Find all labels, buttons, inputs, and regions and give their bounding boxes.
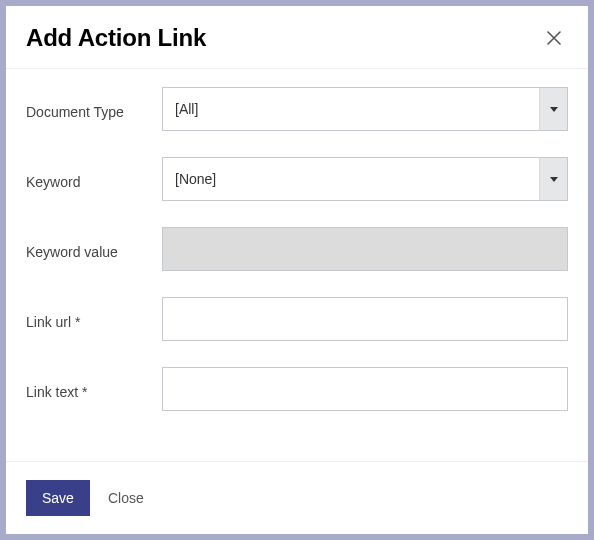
field-row-keyword-value: Keyword value — [26, 227, 568, 271]
chevron-down-icon — [539, 158, 567, 200]
close-button[interactable]: Close — [108, 490, 144, 506]
field-row-link-url: Link url * — [26, 297, 568, 341]
save-button[interactable]: Save — [26, 480, 90, 516]
document-type-select[interactable]: [All] — [162, 87, 568, 131]
dialog-title: Add Action Link — [26, 24, 206, 52]
close-icon — [547, 31, 561, 45]
link-text-input[interactable] — [162, 367, 568, 411]
field-row-keyword: Keyword [None] — [26, 157, 568, 201]
keyword-select[interactable]: [None] — [162, 157, 568, 201]
link-url-input[interactable] — [162, 297, 568, 341]
dialog-body: Document Type [All] Keyword [None] Keywo… — [6, 69, 588, 461]
keyword-value-input — [162, 227, 568, 271]
keyword-label: Keyword — [26, 168, 162, 190]
field-row-link-text: Link text * — [26, 367, 568, 411]
document-type-value: [All] — [175, 101, 198, 117]
keyword-value-label: Keyword value — [26, 238, 162, 260]
close-icon-button[interactable] — [540, 24, 568, 52]
dialog-header: Add Action Link — [6, 6, 588, 69]
field-row-document-type: Document Type [All] — [26, 87, 568, 131]
link-text-label: Link text * — [26, 378, 162, 400]
dialog-footer: Save Close — [6, 461, 588, 534]
document-type-label: Document Type — [26, 98, 162, 120]
chevron-down-icon — [539, 88, 567, 130]
add-action-link-dialog: Add Action Link Document Type [All] Keyw… — [6, 6, 588, 534]
link-url-label: Link url * — [26, 308, 162, 330]
keyword-value: [None] — [175, 171, 216, 187]
